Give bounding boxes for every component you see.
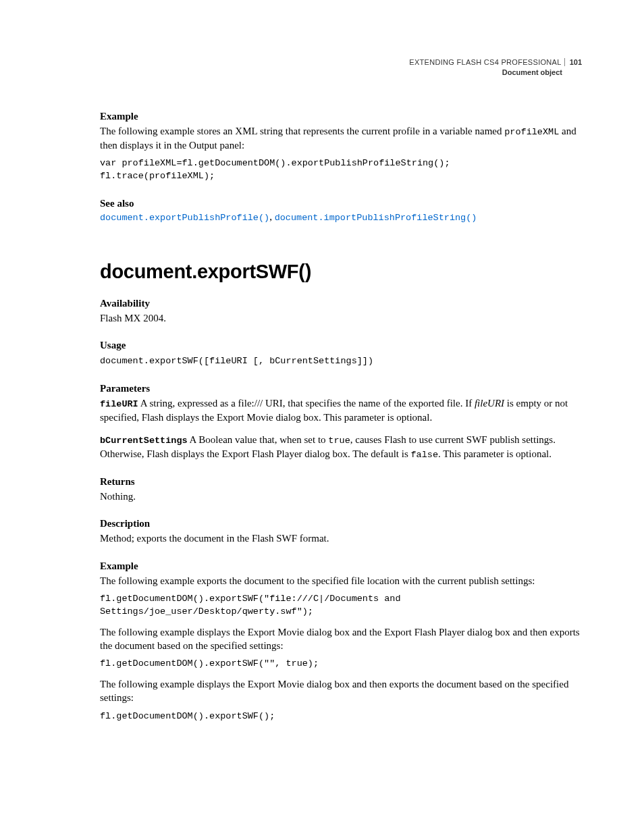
page-number: 101 [564,58,582,66]
availability-text: Flash MX 2004. [100,311,582,325]
example2-heading: Example [100,561,582,572]
document-page: EXTENDING FLASH CS4 PROFESSIONAL101 Docu… [0,0,644,834]
returns-heading: Returns [100,476,582,488]
availability-heading: Availability [100,298,582,309]
example2-code1: fl.getDocumentDOM().exportSWF("file:///C… [100,593,582,619]
example2-code2: fl.getDocumentDOM().exportSWF("", true); [100,658,582,671]
param-bcurrentsettings: bCurrentSettings A Boolean value that, w… [100,433,582,461]
header-subtitle: Document object [100,68,582,78]
link-import-publish-profile-string[interactable]: document.importPublishProfileString() [275,213,477,223]
see-also-heading: See also [100,198,582,209]
example-code: var profileXML=fl.getDocumentDOM().expor… [100,157,582,183]
example2-text2: The following example displays the Expor… [100,625,582,653]
description-heading: Description [100,518,582,529]
param-fileuri: fileURI A string, expressed as a file://… [100,396,582,424]
link-export-publish-profile[interactable]: document.exportPublishProfile() [100,213,269,223]
example2-text3: The following example displays the Expor… [100,677,582,705]
see-also-links: document.exportPublishProfile(), documen… [100,211,582,223]
example-heading: Example [100,111,582,122]
page-header: EXTENDING FLASH CS4 PROFESSIONAL101 Docu… [100,57,582,78]
description-text: Method; exports the document in the Flas… [100,531,582,545]
usage-code: document.exportSWF([fileURI [, bCurrentS… [100,355,582,368]
example2-code3: fl.getDocumentDOM().exportSWF(); [100,710,582,723]
returns-text: Nothing. [100,490,582,503]
example-text: The following example stores an XML stri… [100,124,582,152]
header-title: EXTENDING FLASH CS4 PROFESSIONAL [409,58,561,66]
usage-heading: Usage [100,340,582,351]
parameters-heading: Parameters [100,383,582,394]
method-heading: document.exportSWF() [100,261,582,283]
example2-text1: The following example exports the docume… [100,574,582,588]
